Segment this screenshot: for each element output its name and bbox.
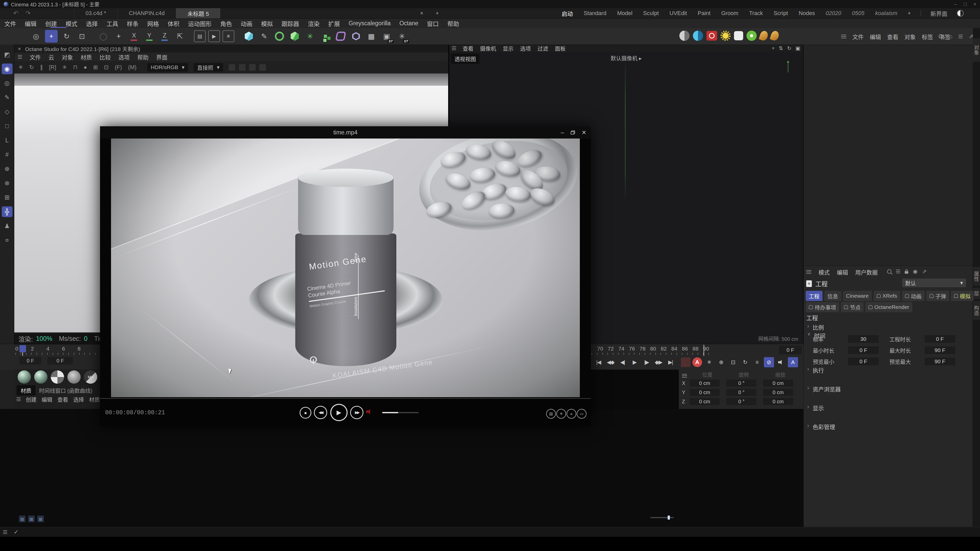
- record-button[interactable]: [681, 357, 690, 367]
- menu-item[interactable]: 渲染: [304, 19, 324, 28]
- octane-sun-light-icon[interactable]: [721, 30, 731, 41]
- palette-tool-icon[interactable]: ⊞: [2, 192, 13, 203]
- palette-tool-icon[interactable]: ⊕: [2, 164, 13, 174]
- last-tool-icon[interactable]: ◯: [97, 30, 110, 43]
- attribute-tab[interactable]: 节点: [841, 302, 864, 312]
- viewport-menu-item[interactable]: 选项: [520, 44, 531, 52]
- attributes-menu-item[interactable]: 模式: [818, 268, 830, 276]
- menu-item[interactable]: 模式: [61, 19, 82, 28]
- palette-tool-icon[interactable]: ♟: [2, 221, 13, 231]
- octane-menu-item[interactable]: 材质: [81, 53, 92, 61]
- object-manager-menu-icon[interactable]: [841, 36, 846, 37]
- home-icon[interactable]: ⌂: [949, 33, 953, 40]
- material-menu-item[interactable]: 查看: [57, 395, 68, 403]
- layout-tab[interactable]: Script: [773, 9, 788, 17]
- viewport-nav-icon[interactable]: ⇅: [779, 45, 783, 51]
- menu-item[interactable]: 动画: [236, 19, 257, 28]
- field-value[interactable]: 90 F: [924, 346, 955, 354]
- document-tab[interactable]: 未标题 5: [176, 8, 220, 18]
- menu-item[interactable]: 扩展: [324, 19, 344, 28]
- stop-button[interactable]: ■: [300, 407, 311, 419]
- palette-tool-icon[interactable]: ◇: [2, 106, 13, 117]
- attribute-tab[interactable]: 子弹: [926, 291, 949, 301]
- octane-logo-icon[interactable]: [746, 30, 757, 41]
- palette-tool-icon[interactable]: ◩: [2, 49, 13, 60]
- menu-item[interactable]: Octane: [395, 20, 423, 27]
- generator-icon[interactable]: [288, 30, 301, 43]
- range-start-field[interactable]: 0 F: [19, 357, 41, 365]
- export-icon[interactable]: ⇗: [922, 268, 927, 275]
- material-sphere[interactable]: [67, 370, 81, 384]
- palette-tool-icon[interactable]: ◎: [2, 78, 13, 89]
- octane-material-gold-icon[interactable]: [759, 30, 769, 41]
- attribute-tab[interactable]: XRefs: [873, 291, 900, 301]
- layout-tab[interactable]: Model: [617, 9, 633, 17]
- collapsed-group[interactable]: 执行: [807, 366, 841, 374]
- fast-forward-button[interactable]: ▶▶: [350, 406, 363, 419]
- octane-render-camera-icon[interactable]: [706, 31, 717, 41]
- octane-tool-icon[interactable]: ⊓: [73, 64, 77, 71]
- collapsed-group[interactable]: 显示: [807, 403, 841, 412]
- attribute-tab[interactable]: 工程: [806, 291, 822, 301]
- menu-item[interactable]: 文件: [0, 19, 21, 28]
- key-scale-toggle[interactable]: ⊡: [728, 357, 738, 367]
- transport-button[interactable]: |◀: [593, 357, 604, 367]
- window-minimize-button[interactable]: –: [954, 1, 957, 7]
- range-end-field[interactable]: 0 F: [48, 357, 73, 365]
- material-sphere[interactable]: [34, 370, 48, 384]
- rewind-button[interactable]: ◀◀: [314, 406, 327, 419]
- playlist-button[interactable]: ≡: [566, 409, 576, 419]
- mograph-cloner-icon[interactable]: [319, 30, 332, 43]
- panel-grid-icon[interactable]: ▦: [19, 516, 25, 522]
- coordinate-field[interactable]: 0 cm: [763, 380, 793, 387]
- menu-item[interactable]: Greyscalegorilla: [344, 20, 395, 27]
- sound-toggle-icon[interactable]: [776, 357, 786, 367]
- menu-item[interactable]: 体积: [163, 19, 184, 28]
- layout-tab[interactable]: 启动: [561, 8, 573, 18]
- tab-structure[interactable]: 构造: [973, 301, 980, 320]
- render-view-button[interactable]: ▤: [194, 30, 206, 42]
- attributes-menu-item[interactable]: 用户数据: [855, 268, 878, 276]
- octane-menu-item[interactable]: 界面: [156, 53, 167, 61]
- menu-item[interactable]: 运动图形: [184, 19, 216, 28]
- octane-tool-icon[interactable]: [R]: [49, 64, 56, 71]
- object-manager-menu-item[interactable]: 编辑: [870, 32, 881, 41]
- tab-objects[interactable]: 对象: [973, 38, 980, 62]
- timeline-ruler-left[interactable]: 02468: [15, 346, 93, 352]
- viewport-menu-item[interactable]: 过滤: [538, 44, 548, 52]
- material-menu-item[interactable]: 创建: [26, 395, 37, 403]
- deformer-gear-icon[interactable]: ✳: [304, 30, 317, 43]
- coordinate-field[interactable]: 0 cm: [690, 380, 720, 387]
- attribute-tab[interactable]: 待办事项: [806, 302, 839, 312]
- layout-tab[interactable]: Sculpt: [643, 9, 659, 17]
- octane-menu-icon[interactable]: [18, 57, 22, 57]
- layout-tab[interactable]: 02020: [825, 9, 842, 17]
- object-manager-menu-item[interactable]: 查看: [887, 32, 898, 41]
- field-icon[interactable]: [350, 30, 363, 43]
- menu-item[interactable]: 角色: [216, 19, 236, 28]
- menu-item[interactable]: 模拟: [257, 19, 277, 28]
- object-manager-menu-item[interactable]: 对象: [904, 32, 916, 41]
- theme-toggle-icon[interactable]: [957, 10, 964, 17]
- add-layout-button[interactable]: +: [907, 10, 911, 17]
- octane-menu-item[interactable]: 对象: [62, 53, 73, 61]
- menu-item[interactable]: 样条: [123, 19, 143, 28]
- field-value[interactable]: 90 F: [924, 358, 955, 365]
- search-icon[interactable]: [939, 34, 943, 38]
- key-parameters-toggle[interactable]: ≡: [752, 357, 762, 367]
- panel-grid-icon[interactable]: ▦: [28, 516, 35, 522]
- palette-tool-icon[interactable]: L: [2, 135, 13, 146]
- new-interface-tab[interactable]: 新界面: [931, 9, 947, 17]
- layout-tab[interactable]: Standard: [583, 9, 607, 17]
- material-panel-tab[interactable]: 材质: [17, 385, 35, 395]
- material-panel-tab[interactable]: 时间线窗口 (函数曲线): [39, 386, 92, 394]
- live-selection-tool-icon[interactable]: ◎: [30, 30, 42, 43]
- field-value[interactable]: 0 F: [924, 335, 955, 343]
- transport-button[interactable]: ◀◆: [605, 357, 616, 367]
- viewport-menu-item[interactable]: 面板: [555, 44, 566, 52]
- octane-material-preview-icon[interactable]: [679, 30, 690, 41]
- octane-tool-icon[interactable]: ∥: [40, 64, 43, 71]
- coordinate-field[interactable]: 0 cm: [763, 389, 793, 396]
- keyframe-settings-gear-icon[interactable]: ✳: [704, 357, 714, 367]
- octane-tool-icon[interactable]: ✳: [18, 64, 23, 71]
